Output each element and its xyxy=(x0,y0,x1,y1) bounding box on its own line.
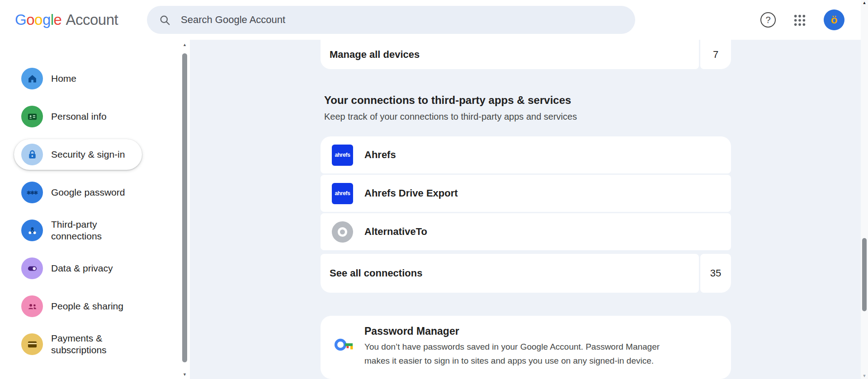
search-bar[interactable] xyxy=(147,6,635,34)
connection-name: AlternativeTo xyxy=(364,226,427,238)
browser-scrollbar-thumb[interactable] xyxy=(862,238,867,311)
sidebar-item-personal-info[interactable]: Personal info xyxy=(14,101,142,132)
connection-row-ahrefs-drive-export[interactable]: ahrefs Ahrefs Drive Export xyxy=(321,175,731,212)
sidebar-item-data-privacy[interactable]: Data & privacy xyxy=(14,253,142,284)
connections-section-title: Your connections to third-party apps & s… xyxy=(324,94,571,107)
search-icon[interactable] xyxy=(159,14,171,26)
connection-name: Ahrefs Drive Export xyxy=(364,187,458,199)
sidebar-item-label: People & sharing xyxy=(51,300,123,312)
connections-section-subtitle: Keep track of your connections to third-… xyxy=(324,112,577,122)
avatar-letter: ö xyxy=(831,14,838,26)
password-manager-title: Password Manager xyxy=(364,325,459,337)
help-button[interactable]: ? xyxy=(760,12,776,28)
sidebar-nav: Home Personal info Security & sign-in xyxy=(0,40,190,379)
main-content: Manage all devices 7 Your connections to… xyxy=(190,40,861,379)
toggle-icon xyxy=(21,257,43,279)
people-icon xyxy=(21,295,43,317)
search-input[interactable] xyxy=(181,6,635,34)
sidebar-item-label: Google password xyxy=(51,187,125,198)
logo-account: Account xyxy=(66,11,118,28)
help-icon: ? xyxy=(765,15,770,25)
sidebar-item-label: Third-party connections xyxy=(51,219,137,242)
sidebar-item-label: Security & sign-in xyxy=(51,149,125,160)
see-all-connections-label: See all connections xyxy=(330,267,422,279)
sidebar-scrollbar[interactable]: ▲ ▼ xyxy=(182,40,188,379)
credit-card-icon xyxy=(21,333,43,355)
password-asterisks-icon xyxy=(21,182,43,203)
sidebar-scrollbar-thumb[interactable] xyxy=(182,53,187,362)
sidebar-item-google-password[interactable]: Google password xyxy=(14,177,142,208)
connections-card-group: ahrefs Ahrefs ahrefs Ahrefs Drive Export… xyxy=(321,136,731,293)
sidebar-item-third-party-connections[interactable]: Third-party connections xyxy=(14,215,142,246)
scroll-up-icon[interactable]: ▲ xyxy=(861,0,868,5)
google-account-logo[interactable]: Google Account xyxy=(15,0,118,40)
scroll-up-icon[interactable]: ▲ xyxy=(182,42,188,47)
manage-devices-group: Manage all devices 7 xyxy=(321,40,731,69)
scroll-down-icon[interactable]: ▼ xyxy=(861,374,868,378)
connection-row-alternativeto[interactable]: AlternativeTo xyxy=(321,213,731,250)
personal-info-icon xyxy=(21,106,43,127)
connection-row-ahrefs[interactable]: ahrefs Ahrefs xyxy=(321,136,731,173)
cards-column: Manage all devices 7 Your connections to… xyxy=(321,40,731,379)
lock-icon xyxy=(21,144,43,165)
manage-all-devices-row[interactable]: Manage all devices xyxy=(321,40,699,69)
password-manager-description: You don’t have passwords saved in your G… xyxy=(364,340,660,368)
manage-all-devices-label: Manage all devices xyxy=(330,49,420,61)
alternativeto-logo-icon xyxy=(332,221,353,243)
ahrefs-logo-icon: ahrefs xyxy=(332,183,353,204)
password-manager-key-icon xyxy=(332,332,356,357)
ahrefs-logo-icon: ahrefs xyxy=(332,145,353,166)
logo-google: Google xyxy=(15,11,61,28)
sidebar-item-security[interactable]: Security & sign-in xyxy=(14,139,142,170)
connection-name: Ahrefs xyxy=(364,149,396,161)
home-icon xyxy=(21,68,43,89)
app-header: Google Account ? ö xyxy=(0,0,861,40)
sidebar-item-home[interactable]: Home xyxy=(14,63,142,94)
sidebar-item-label: Payments & subscriptions xyxy=(51,332,137,356)
password-manager-card[interactable]: Password Manager You don’t have password… xyxy=(321,316,731,379)
sidebar-item-payments-subscriptions[interactable]: Payments & subscriptions xyxy=(14,329,142,360)
sidebar-item-label: Personal info xyxy=(51,111,107,122)
google-apps-grid-icon[interactable] xyxy=(793,13,807,28)
account-avatar[interactable]: ö xyxy=(824,9,844,30)
sidebar-item-label: Home xyxy=(51,73,76,84)
devices-count-badge[interactable]: 7 xyxy=(700,40,731,69)
browser-scrollbar[interactable]: ▲ ▼ xyxy=(861,0,868,379)
google-account-page: Google Account ? ö Home xyxy=(0,0,868,379)
see-all-connections-group: See all connections 35 xyxy=(321,254,731,293)
sidebar-item-label: Data & privacy xyxy=(51,262,113,274)
connections-count-badge[interactable]: 35 xyxy=(700,254,731,293)
connected-nodes-icon xyxy=(21,220,43,241)
sidebar-item-people-sharing[interactable]: People & sharing xyxy=(14,291,142,322)
see-all-connections-row[interactable]: See all connections xyxy=(321,254,699,293)
scroll-down-icon[interactable]: ▼ xyxy=(182,372,188,377)
